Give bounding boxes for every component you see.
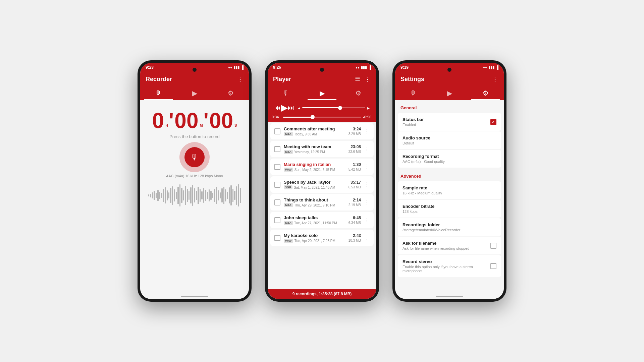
wave-bar [232, 189, 233, 202]
rec-format-badge: M4A [284, 132, 293, 136]
progress-row: 0:34 -0:56 [272, 115, 372, 119]
rec-more-button[interactable]: ⋮ [364, 164, 370, 170]
rec-more-button[interactable]: ⋮ [364, 146, 370, 152]
settings-checkbox-checked[interactable]: ✓ [490, 119, 496, 125]
settings-item[interactable]: Encoder bitrate 128 kbps [398, 200, 501, 218]
tab-settings-play[interactable]: ▶ [431, 89, 468, 100]
skip-next-button[interactable]: ⏭ [288, 104, 294, 112]
rec-format-badge: M4A [284, 203, 293, 207]
recorder-more-button[interactable]: ⋮ [237, 75, 244, 83]
wave-bar [183, 190, 184, 201]
rec-checkbox[interactable] [274, 146, 280, 152]
home-indicator-1 [181, 296, 208, 297]
wave-bar [205, 190, 206, 201]
settings-tab-bar: 🎙 ▶ ⚙ [395, 86, 504, 100]
timer-sep2: ' [204, 110, 209, 131]
tab-recorder-play[interactable]: ▶ [176, 89, 213, 100]
press-to-record-text: Press the button to record [169, 134, 220, 139]
player-app-bar: Player ☰ ⋮ [268, 72, 376, 86]
settings-item-left: Recordings folder /storage/emulated/0/Vo… [402, 222, 496, 232]
rec-more-button[interactable]: ⋮ [364, 199, 370, 205]
tab-settings-mic[interactable]: 🎙 [395, 89, 431, 100]
settings-item-title: Sample rate [402, 185, 496, 190]
volume-track[interactable] [302, 107, 365, 108]
wave-bar [181, 188, 182, 203]
recording-item[interactable]: Maria singing in italian WAV Sun, May 2,… [270, 159, 374, 175]
skip-prev-button[interactable]: ⏮ [274, 104, 281, 112]
settings-item[interactable]: Recordings folder /storage/emulated/0/Vo… [398, 218, 501, 236]
rec-date: Today, 9:30 AM [294, 132, 317, 136]
rec-checkbox[interactable] [274, 164, 280, 170]
rec-name: Meeting with new team [284, 144, 345, 149]
rec-duration: 23:08 [351, 144, 361, 149]
tab-recorder-mic[interactable]: 🎙 [140, 89, 176, 100]
wave-bar [238, 184, 239, 206]
rec-duration: 2:43 [353, 233, 361, 238]
settings-item-sub: /storage/emulated/0/VoiceRecorder [402, 228, 496, 232]
play-tab-icon: ▶ [192, 89, 197, 97]
wave-bar [159, 192, 160, 199]
rec-more-button[interactable]: ⋮ [364, 217, 370, 223]
wave-bar [225, 189, 226, 201]
rec-checkbox[interactable] [274, 199, 280, 205]
rec-name: My karaoke solo [284, 233, 345, 238]
recording-item[interactable]: Speech by Jack Taylor 3GP Sat, May 1, 20… [270, 176, 374, 193]
record-button[interactable]: 🎙 [184, 147, 205, 167]
settings-item-sub: 128 kbps [402, 209, 496, 214]
rec-more-button[interactable]: ⋮ [364, 128, 370, 134]
rec-meta: 3GP Sat, May 1, 2021, 11:45 AM [284, 185, 345, 189]
player-title: Player [273, 76, 291, 83]
rec-date: Sun, May 2, 2021, 6:15 PM [294, 168, 335, 172]
player-footer: 9 recordings, 1:35:28 (87.8 MB) [268, 289, 376, 299]
status-time-1: 9:23 [146, 65, 154, 70]
recording-item[interactable]: Comments after meeting M4A Today, 9:30 A… [270, 123, 374, 139]
settings-item[interactable]: Record stereo Enable this option only if… [398, 255, 501, 277]
tab-player-play[interactable]: ▶ [304, 89, 340, 100]
tab-settings-gear[interactable]: ⚙ [468, 89, 504, 100]
settings-checkbox-empty[interactable] [490, 243, 496, 249]
settings-item[interactable]: Ask for filename Ask for filename when r… [398, 237, 501, 254]
signal-icon-3: ▮▮▮ [488, 65, 494, 70]
wave-bar [234, 191, 235, 200]
timer-sep1: ' [169, 110, 174, 131]
rec-checkbox[interactable] [274, 235, 280, 241]
wave-bar [165, 187, 166, 203]
progress-track[interactable] [283, 117, 361, 118]
tab-recorder-settings[interactable]: ⚙ [213, 89, 249, 100]
wave-bar [221, 188, 222, 202]
rec-info: Speech by Jack Taylor 3GP Sat, May 1, 20… [284, 180, 345, 189]
filter-icon[interactable]: ☰ [355, 75, 360, 83]
rec-checkbox[interactable] [274, 128, 280, 134]
settings-item-sub: AAC (m4a) - Good quality [402, 160, 496, 164]
tab-player-settings[interactable]: ⚙ [340, 89, 376, 100]
settings-item[interactable]: Status bar Enabled ✓ [398, 113, 501, 131]
settings-more-button[interactable]: ⋮ [492, 75, 498, 83]
recording-item[interactable]: Meeting with new team M4A Yesterday, 12:… [270, 141, 374, 157]
recording-item[interactable]: My karaoke solo WAV Tue, Apr 20, 2021, 7… [270, 230, 374, 246]
settings-checkbox-empty[interactable] [490, 263, 496, 269]
play-pause-button[interactable]: ▶ [281, 103, 288, 113]
settings-item[interactable]: Sample rate 16 kHz - Medium quality [398, 181, 501, 199]
wave-bar [210, 191, 211, 200]
rec-format-badge: 3GP [284, 185, 292, 189]
rec-more-button[interactable]: ⋮ [364, 235, 370, 241]
recording-item[interactable]: Things to think about M4A Thu, Apr 29, 2… [270, 194, 374, 210]
timer-hours: 0 [152, 110, 164, 131]
player-more-button[interactable]: ⋮ [364, 75, 371, 83]
wave-bar [207, 192, 208, 199]
tab-player-mic[interactable]: 🎙 [268, 89, 304, 100]
settings-item-sub: Enable this option only if you have a st… [402, 265, 490, 273]
gear-tab-icon: ⚙ [228, 89, 234, 97]
rec-checkbox[interactable] [274, 182, 280, 188]
rec-more-button[interactable]: ⋮ [364, 181, 370, 188]
play-tab-icon-3: ▶ [447, 89, 452, 97]
recording-item[interactable]: John sleep talks M4A Tue, Apr 27, 2021, … [270, 212, 374, 228]
rec-format-badge: WAV [284, 168, 293, 172]
gear-tab-icon-3: ⚙ [483, 89, 489, 97]
home-indicator-3 [436, 296, 463, 297]
settings-item-left: Ask for filename Ask for filename when r… [402, 241, 490, 250]
settings-item[interactable]: Recording format AAC (m4a) - Good qualit… [398, 150, 501, 168]
rec-checkbox[interactable] [274, 217, 280, 223]
rec-meta: WAV Sun, May 2, 2021, 6:15 PM [284, 168, 345, 172]
settings-item[interactable]: Audio source Default [398, 131, 501, 149]
